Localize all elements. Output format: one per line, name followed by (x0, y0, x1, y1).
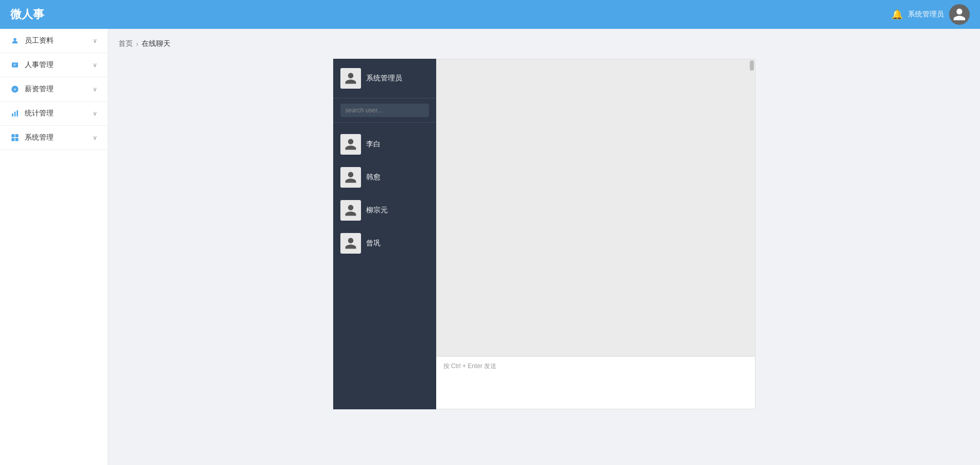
header-username: 系统管理员 (908, 10, 944, 19)
sidebar-item-employee[interactable]: 员工资料 ∨ (0, 29, 108, 53)
chat-user-list: 李白 韩愈 柳宗元 (333, 123, 436, 409)
header: 微人事 🔔 系统管理员 (0, 0, 980, 29)
sidebar-item-system[interactable]: 系统管理 ∨ (0, 126, 108, 150)
svg-text:¥: ¥ (13, 87, 16, 92)
list-item[interactable]: 柳宗元 (333, 194, 436, 227)
user-name: 韩愈 (366, 173, 381, 182)
svg-point-0 (13, 38, 16, 41)
sidebar-label-stats: 统计管理 (25, 109, 54, 118)
chat-input[interactable] (443, 371, 748, 402)
scrollbar[interactable] (750, 60, 754, 71)
sidebar-label-employee: 员工资料 (25, 36, 54, 45)
main-content: 首页 › 在线聊天 系统管理员 (108, 29, 980, 465)
stats-icon (10, 109, 20, 118)
main-layout: 员工资料 ∨ 人事管理 ∨ ¥ 薪资管理 ∨ (0, 29, 980, 465)
search-input[interactable] (340, 104, 429, 117)
sidebar-item-hr[interactable]: 人事管理 ∨ (0, 53, 108, 77)
chevron-down-icon: ∨ (93, 86, 97, 93)
chat-input-area: 按 Ctrl + Enter 发送 (436, 356, 755, 409)
user-avatar (340, 233, 361, 254)
chevron-down-icon: ∨ (93, 134, 97, 141)
sidebar: 员工资料 ∨ 人事管理 ∨ ¥ 薪资管理 ∨ (0, 29, 108, 465)
chat-current-user-avatar (340, 68, 361, 89)
chat-main: 按 Ctrl + Enter 发送 (436, 59, 755, 409)
avatar[interactable] (949, 4, 970, 25)
breadcrumb-separator: › (136, 40, 139, 48)
svg-rect-8 (15, 134, 19, 137)
chat-container: 系统管理员 李白 (333, 59, 755, 409)
chat-current-user: 系统管理员 (333, 59, 436, 98)
notification-bell-icon[interactable]: 🔔 (891, 9, 903, 20)
svg-rect-7 (11, 134, 14, 137)
chat-search (333, 98, 436, 123)
app-logo: 微人事 (10, 7, 44, 22)
breadcrumb: 首页 › 在线聊天 (118, 39, 970, 48)
chevron-down-icon: ∨ (93, 110, 97, 117)
list-item[interactable]: 韩愈 (333, 161, 436, 194)
svg-rect-4 (12, 113, 13, 117)
svg-rect-9 (11, 138, 14, 141)
chat-messages (436, 59, 755, 356)
sidebar-label-hr: 人事管理 (25, 60, 54, 70)
list-item[interactable]: 李白 (333, 128, 436, 161)
chat-hint: 按 Ctrl + Enter 发送 (443, 362, 748, 371)
svg-rect-5 (14, 112, 16, 117)
breadcrumb-current: 在线聊天 (142, 39, 170, 48)
svg-rect-6 (16, 110, 18, 117)
sidebar-label-system: 系统管理 (25, 133, 54, 142)
chevron-down-icon: ∨ (93, 61, 97, 69)
user-name: 柳宗元 (366, 206, 388, 215)
salary-icon: ¥ (10, 85, 20, 94)
user-avatar (340, 200, 361, 221)
breadcrumb-home[interactable]: 首页 (118, 39, 133, 48)
user-avatar (340, 134, 361, 155)
employee-icon (10, 36, 20, 45)
user-name: 曾巩 (366, 239, 381, 248)
svg-rect-10 (15, 138, 19, 141)
user-name: 李白 (366, 140, 381, 149)
chat-current-username: 系统管理员 (366, 74, 402, 83)
list-item[interactable]: 曾巩 (333, 227, 436, 260)
system-icon (10, 133, 20, 142)
hr-icon (10, 60, 20, 70)
sidebar-label-salary: 薪资管理 (25, 85, 54, 94)
chevron-down-icon: ∨ (93, 37, 97, 44)
chat-sidebar: 系统管理员 李白 (333, 59, 436, 409)
sidebar-item-stats[interactable]: 统计管理 ∨ (0, 102, 108, 126)
svg-rect-1 (12, 62, 18, 67)
user-avatar (340, 167, 361, 188)
header-right: 🔔 系统管理员 (891, 4, 970, 25)
sidebar-item-salary[interactable]: ¥ 薪资管理 ∨ (0, 77, 108, 102)
